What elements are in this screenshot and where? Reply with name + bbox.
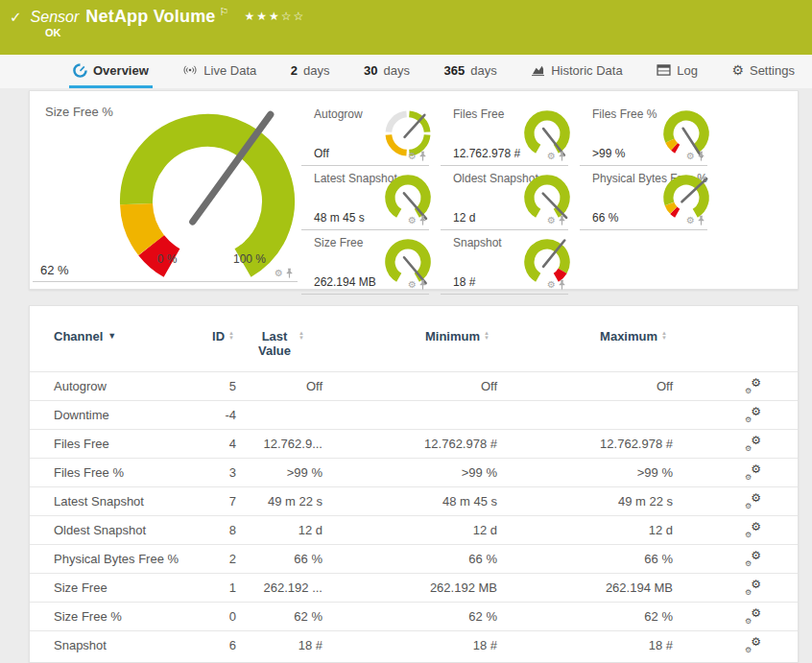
pin-icon[interactable]	[418, 215, 427, 226]
table-row[interactable]: Physical Bytes Free % 2 66 % 66 % 66 % ⚙…	[30, 544, 798, 573]
gauge-label: Files Free %	[592, 107, 657, 121]
tab-label: Historic Data	[551, 63, 622, 78]
pin-icon[interactable]	[558, 279, 566, 291]
minimum-cell: 12 d	[322, 523, 497, 537]
gauge-value: 262.194 MB	[314, 275, 376, 289]
last-value-cell: 12.762.9...	[236, 437, 322, 451]
channel-settings-icon[interactable]: ⚙ ⚙	[745, 609, 761, 625]
pin-icon[interactable]	[418, 279, 427, 291]
table-row[interactable]: Size Free 1 262.192 ... 262.192 MB 262.1…	[30, 573, 798, 602]
gear-icon[interactable]: ⚙	[408, 280, 417, 290]
table-row[interactable]: Autogrow 5 Off Off Off ⚙ ⚙	[30, 371, 798, 400]
gauge-tile[interactable]: Snapshot 18 # ⚙	[441, 230, 568, 295]
pin-icon[interactable]	[558, 215, 566, 226]
tab-historic-data[interactable]: Historic Data	[527, 55, 626, 88]
channel-id-cell: 3	[188, 465, 236, 480]
table-row[interactable]: Files Free % 3 >99 % >99 % >99 % ⚙ ⚙	[30, 458, 798, 486]
table-row[interactable]: Latest Snapshot 7 49 m 22 s 48 m 45 s 49…	[30, 486, 798, 515]
pin-icon[interactable]	[558, 151, 566, 162]
channel-settings-icon[interactable]: ⚙ ⚙	[745, 408, 761, 423]
minimum-cell: 62 %	[322, 609, 497, 624]
main-gauge-label: Size Free %	[45, 105, 113, 119]
gauge-tile[interactable]: Latest Snapshot 48 m 45 s ⚙	[301, 166, 429, 230]
table-row[interactable]: Snapshot 6 18 # 18 # 18 # ⚙ ⚙	[30, 630, 798, 659]
channel-settings-icon[interactable]: ⚙ ⚙	[745, 580, 761, 596]
table-row[interactable]: Downtime -4 ⚙ ⚙	[30, 400, 798, 429]
channel-settings-icon[interactable]: ⚙ ⚙	[745, 379, 761, 394]
channel-id-cell: 6	[188, 638, 236, 652]
overview-icon	[73, 63, 87, 78]
column-header-maximum[interactable]: Maximum ▲▼	[497, 329, 673, 343]
tab-log[interactable]: Log	[653, 55, 702, 88]
sort-icon: ▲▼	[228, 331, 234, 341]
column-header-last-value[interactable]: Last Value ▲▼	[236, 329, 322, 358]
gauge-tile[interactable]: Size Free 262.194 MB ⚙	[301, 230, 429, 295]
gauge-label: Autogrow	[314, 107, 363, 121]
table-row[interactable]: Size Free % 0 62 % 62 % 62 % ⚙ ⚙	[30, 602, 798, 630]
gauge-label: Physical Bytes Free %	[592, 172, 707, 185]
channel-table-body: Autogrow 5 Off Off Off ⚙ ⚙ Downtime -4 ⚙…	[30, 371, 798, 659]
channel-settings-icon[interactable]: ⚙ ⚙	[745, 523, 761, 538]
channel-id-cell: 2	[188, 552, 236, 566]
gear-icon[interactable]: ⚙	[408, 216, 417, 225]
flag-icon[interactable]: ⚐	[220, 6, 229, 18]
channel-settings-icon[interactable]: ⚙ ⚙	[745, 552, 761, 567]
column-header-id[interactable]: ID ▲▼	[188, 329, 236, 343]
ok-check-icon: ✓	[10, 9, 22, 26]
pin-icon[interactable]	[418, 151, 427, 162]
tab-live-data[interactable]: Live Data	[179, 55, 260, 88]
maximum-cell: 262.194 MB	[497, 580, 673, 595]
gauge-tile[interactable]: Oldest Snapshot 12 d ⚙	[441, 166, 568, 230]
tab-2-days[interactable]: 2days	[287, 55, 334, 88]
pin-icon[interactable]	[697, 215, 705, 226]
gauge-tile[interactable]: Files Free % >99 % ⚙	[580, 102, 707, 166]
pin-icon[interactable]	[285, 268, 294, 279]
channel-settings-icon[interactable]: ⚙ ⚙	[745, 638, 761, 653]
minimum-cell: Off	[322, 379, 497, 393]
gear-icon[interactable]: ⚙	[686, 216, 695, 225]
gear-icon[interactable]: ⚙	[547, 152, 556, 161]
tab-settings[interactable]: ⚙Settings	[728, 55, 799, 88]
tab-number: 365	[444, 63, 466, 78]
channel-settings-icon[interactable]: ⚙ ⚙	[745, 437, 761, 452]
log-icon	[657, 64, 671, 76]
channel-name-cell: Latest Snapshot	[54, 494, 188, 509]
tab-number: 30	[364, 63, 377, 78]
channel-settings-icon[interactable]: ⚙ ⚙	[745, 494, 761, 509]
gauge-value: 66 %	[592, 211, 618, 225]
gear-icon[interactable]: ⚙	[686, 152, 695, 161]
small-gauge-grid: Autogrow Off ⚙ Files Free 12.762.978 # ⚙…	[301, 102, 720, 295]
gauge-tile[interactable]: Files Free 12.762.978 # ⚙	[441, 102, 568, 166]
last-value-cell: >99 %	[236, 465, 322, 480]
table-row[interactable]: Files Free 4 12.762.9... 12.762.978 # 12…	[30, 429, 798, 458]
gear-icon[interactable]: ⚙	[547, 280, 556, 290]
table-row[interactable]: Oldest Snapshot 8 12 d 12 d 12 d ⚙ ⚙	[30, 515, 798, 544]
column-header-channel[interactable]: Channel ▼	[54, 329, 188, 343]
last-value-cell: 49 m 22 s	[236, 494, 322, 509]
gear-icon[interactable]: ⚙	[408, 152, 417, 161]
tab-bar: OverviewLive Data2days30days365daysHisto…	[0, 55, 812, 88]
channel-id-cell: -4	[188, 408, 236, 422]
gauge-value: Off	[314, 147, 329, 160]
column-header-minimum[interactable]: Minimum ▲▼	[322, 329, 497, 343]
priority-stars[interactable]: ★★★☆☆	[244, 10, 305, 23]
channel-name-cell: Size Free %	[54, 609, 188, 624]
gear-icon[interactable]: ⚙	[547, 216, 556, 225]
gear-icon[interactable]: ⚙	[275, 269, 283, 278]
maximum-cell: 12.762.978 #	[497, 437, 673, 451]
tab-overview[interactable]: Overview	[69, 55, 153, 88]
tab-365-days[interactable]: 365days	[441, 55, 501, 88]
object-kind-label: Sensor	[31, 9, 80, 26]
tab-label: Settings	[750, 63, 795, 78]
maximum-cell: 18 #	[497, 638, 673, 652]
last-value-cell: Off	[236, 379, 322, 393]
tab-30-days[interactable]: 30days	[360, 55, 414, 88]
channel-settings-icon[interactable]: ⚙ ⚙	[745, 465, 761, 481]
sensor-title-line: ✓ Sensor NetApp Volume ⚐ ★★★☆☆	[10, 7, 305, 27]
gauge-tile[interactable]: Autogrow Off ⚙	[301, 102, 429, 166]
maximum-cell: 12 d	[497, 523, 673, 537]
maximum-cell: 49 m 22 s	[497, 494, 673, 509]
gauge-tile[interactable]: Physical Bytes Free % 66 % ⚙	[580, 166, 707, 230]
pin-icon[interactable]	[697, 151, 705, 162]
main-gauge-tile[interactable]: Size Free % 0 % 100 % 62 % ⚙	[33, 99, 298, 282]
